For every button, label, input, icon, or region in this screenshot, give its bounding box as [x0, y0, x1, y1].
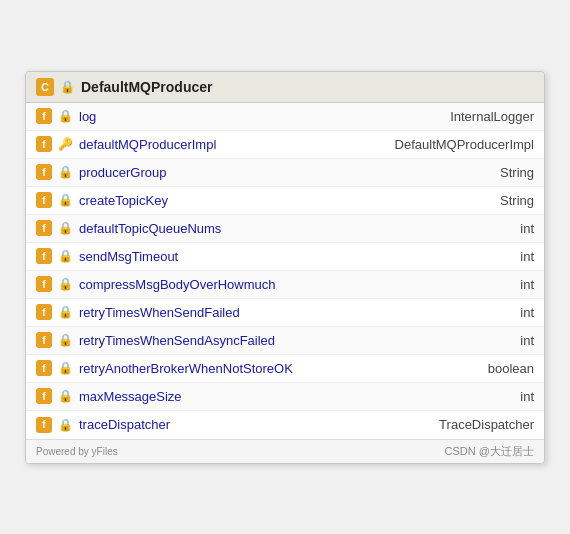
lock-icon: 🔒: [58, 165, 73, 179]
field-badge-f: f: [36, 388, 52, 404]
field-name: createTopicKey: [79, 193, 494, 208]
lock-icon: 🔒: [58, 109, 73, 123]
field-badge-f: f: [36, 164, 52, 180]
table-row: f🔒retryAnotherBrokerWhenNotStoreOKboolea…: [26, 355, 544, 383]
lock-icon: 🔒: [58, 249, 73, 263]
table-row: f🔒defaultTopicQueueNumsint: [26, 215, 544, 243]
class-title: DefaultMQProducer: [81, 79, 212, 95]
table-row: f🔒maxMessageSizeint: [26, 383, 544, 411]
lock-icon: 🔒: [58, 193, 73, 207]
class-badge: C: [36, 78, 54, 96]
table-row: f🔒retryTimesWhenSendAsyncFailedint: [26, 327, 544, 355]
field-badge-f: f: [36, 360, 52, 376]
lock-icon: 🔒: [58, 277, 73, 291]
lock-icon: 🔒: [58, 389, 73, 403]
field-type: String: [500, 193, 534, 208]
field-badge-f: f: [36, 136, 52, 152]
field-badge-f: f: [36, 304, 52, 320]
footer: Powered by yFiles CSDN @大迁居士: [26, 439, 544, 463]
field-type: int: [520, 305, 534, 320]
field-name: defaultTopicQueueNums: [79, 221, 514, 236]
field-name: retryTimesWhenSendFailed: [79, 305, 514, 320]
footer-right: CSDN @大迁居士: [445, 444, 534, 459]
field-type: int: [520, 277, 534, 292]
field-name: retryAnotherBrokerWhenNotStoreOK: [79, 361, 482, 376]
field-badge-f: f: [36, 108, 52, 124]
field-type: DefaultMQProducerImpl: [395, 137, 534, 152]
table-row: f🔒retryTimesWhenSendFailedint: [26, 299, 544, 327]
lock-icon: 🔒: [58, 361, 73, 375]
footer-left: Powered by yFiles: [36, 446, 118, 457]
table-row: f🔒producerGroupString: [26, 159, 544, 187]
lock-icon: 🔒: [58, 333, 73, 347]
table-row: f🔒traceDispatcherTraceDispatcher: [26, 411, 544, 439]
table-row: f🔒sendMsgTimeoutint: [26, 243, 544, 271]
fields-list: f🔒logInternalLoggerf🔑defaultMQProducerIm…: [26, 103, 544, 439]
card-header: C 🔒 DefaultMQProducer: [26, 72, 544, 103]
field-name: log: [79, 109, 444, 124]
lock-icon-header: 🔒: [60, 80, 75, 94]
lock-icon: 🔒: [58, 418, 73, 432]
field-type: int: [520, 333, 534, 348]
field-name: traceDispatcher: [79, 417, 433, 432]
class-diagram-card: C 🔒 DefaultMQProducer f🔒logInternalLogge…: [25, 71, 545, 464]
field-type: int: [520, 389, 534, 404]
field-type: int: [520, 221, 534, 236]
field-badge-f: f: [36, 220, 52, 236]
field-type: boolean: [488, 361, 534, 376]
lock-icon: 🔒: [58, 305, 73, 319]
field-type: TraceDispatcher: [439, 417, 534, 432]
table-row: f🔑defaultMQProducerImplDefaultMQProducer…: [26, 131, 544, 159]
table-row: f🔒compressMsgBodyOverHowmuchint: [26, 271, 544, 299]
field-name: defaultMQProducerImpl: [79, 137, 389, 152]
field-name: retryTimesWhenSendAsyncFailed: [79, 333, 514, 348]
field-name: maxMessageSize: [79, 389, 514, 404]
field-badge-f: f: [36, 417, 52, 433]
lock-icon: 🔒: [58, 221, 73, 235]
table-row: f🔒logInternalLogger: [26, 103, 544, 131]
field-name: compressMsgBodyOverHowmuch: [79, 277, 514, 292]
table-row: f🔒createTopicKeyString: [26, 187, 544, 215]
field-name: sendMsgTimeout: [79, 249, 514, 264]
field-badge-f: f: [36, 248, 52, 264]
field-badge-f: f: [36, 332, 52, 348]
field-name: producerGroup: [79, 165, 494, 180]
field-type: InternalLogger: [450, 109, 534, 124]
field-type: int: [520, 249, 534, 264]
field-badge-f: f: [36, 192, 52, 208]
field-badge-f: f: [36, 276, 52, 292]
field-type: String: [500, 165, 534, 180]
key-icon: 🔑: [58, 137, 73, 151]
